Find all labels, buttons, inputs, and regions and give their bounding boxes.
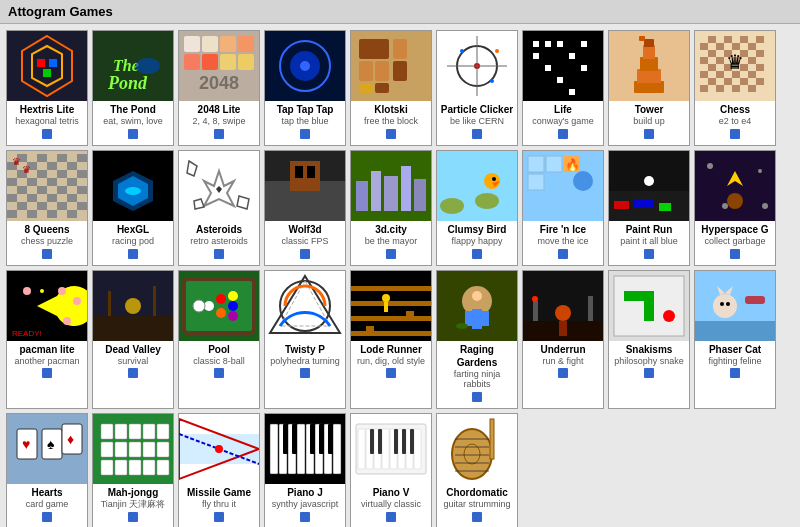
game-card-raging[interactable]: Raging Gardensfarting ninja rabbits bbox=[436, 270, 518, 410]
svg-rect-270 bbox=[297, 424, 305, 474]
svg-rect-57 bbox=[639, 36, 645, 41]
game-badge-fireice bbox=[558, 249, 568, 259]
svg-rect-256 bbox=[157, 442, 169, 457]
game-card-fireice[interactable]: 🔥Fire 'n Icemove the ice bbox=[522, 150, 604, 266]
svg-text:🔥: 🔥 bbox=[565, 157, 580, 172]
svg-point-131 bbox=[125, 187, 141, 195]
game-card-8queens[interactable]: ♛♛8 Queenschess puzzle bbox=[6, 150, 88, 266]
game-card-snakisms[interactable]: Snakismsphilosophy snake bbox=[608, 270, 690, 410]
svg-rect-219 bbox=[559, 321, 567, 336]
game-sub-pianow: virtually classic bbox=[351, 499, 431, 510]
game-sub-taptap: tap the blue bbox=[265, 116, 345, 127]
game-card-chess[interactable]: ♛Chesse2 to e4 bbox=[694, 30, 776, 146]
game-card-hextris[interactable]: Hextris Litehexagonal tetris bbox=[6, 30, 88, 146]
game-card-pool[interactable]: Poolclassic 8-ball bbox=[178, 270, 260, 410]
game-sub-particle: be like CERN bbox=[437, 116, 517, 127]
svg-point-236 bbox=[720, 302, 724, 306]
svg-rect-275 bbox=[283, 424, 288, 454]
game-card-missile[interactable]: Missile Gamefly thru it bbox=[178, 413, 260, 527]
svg-rect-118 bbox=[17, 202, 27, 210]
game-title-pond: The Pond bbox=[93, 103, 173, 116]
svg-rect-73 bbox=[716, 57, 724, 64]
game-thumb-paintrun bbox=[609, 151, 689, 221]
game-thumb-underrun bbox=[523, 271, 603, 341]
game-card-pacman[interactable]: READY!pacman liteanother pacman bbox=[6, 270, 88, 410]
game-card-pianoj[interactable]: Piano Jsynthy javascript bbox=[264, 413, 346, 527]
svg-rect-64 bbox=[700, 43, 708, 50]
game-card-3dcity[interactable]: 3d.citybe the mayor bbox=[350, 150, 432, 266]
svg-point-178 bbox=[23, 287, 31, 295]
game-card-phasercat[interactable]: Phaser Catfighting feline bbox=[694, 270, 776, 410]
game-card-hearts[interactable]: ♥♠♦Heartscard game bbox=[6, 413, 88, 527]
game-thumb-hyperspace bbox=[695, 151, 775, 221]
svg-rect-12 bbox=[202, 36, 218, 52]
game-sub-3dcity: be the mayor bbox=[351, 236, 431, 247]
game-title-chess: Chess bbox=[695, 103, 775, 116]
game-thumb-twisty bbox=[265, 271, 345, 341]
game-card-pianow[interactable]: Piano Vvirtually classic bbox=[350, 413, 432, 527]
svg-rect-116 bbox=[47, 194, 57, 202]
svg-rect-114 bbox=[7, 194, 17, 202]
game-card-paintrun[interactable]: Paint Runpaint it all blue bbox=[608, 150, 690, 266]
svg-rect-49 bbox=[569, 89, 575, 95]
svg-rect-117 bbox=[67, 194, 77, 202]
game-sub-wolf3d: classic FPS bbox=[265, 236, 345, 247]
game-card-taptap[interactable]: Tap Tap Taptap the blue bbox=[264, 30, 346, 146]
game-card-wolf3d[interactable]: Wolf3dclassic FPS bbox=[264, 150, 346, 266]
game-card-mahjongg[interactable]: Mah-jonggTianjin 天津麻将 bbox=[92, 413, 174, 527]
game-title-twisty: Twisty P bbox=[265, 343, 345, 356]
game-card-chordo[interactable]: Chordomaticguitar strumming bbox=[436, 413, 518, 527]
game-card-pond[interactable]: ThePondThe Pondeat, swim, love bbox=[92, 30, 174, 146]
game-card-tower[interactable]: Towerbuild up bbox=[608, 30, 690, 146]
game-badge-clumsy bbox=[472, 249, 482, 259]
svg-rect-16 bbox=[202, 54, 218, 70]
svg-rect-292 bbox=[394, 429, 398, 454]
svg-point-192 bbox=[216, 308, 226, 318]
game-badge-loderunner bbox=[386, 368, 396, 378]
game-sub-paintrun: paint it all blue bbox=[609, 236, 689, 247]
svg-rect-143 bbox=[307, 166, 315, 178]
svg-rect-95 bbox=[37, 154, 47, 162]
svg-rect-17 bbox=[220, 54, 236, 70]
svg-rect-71 bbox=[756, 50, 764, 57]
svg-point-191 bbox=[216, 294, 226, 304]
game-card-2048[interactable]: 20482048 Lite2, 4, 8, swipe bbox=[178, 30, 260, 146]
game-card-particle[interactable]: Particle Clickerbe like CERN bbox=[436, 30, 518, 146]
svg-point-9 bbox=[136, 58, 160, 74]
svg-rect-213 bbox=[465, 311, 473, 326]
game-badge-hyperspace bbox=[730, 249, 740, 259]
game-badge-snakisms bbox=[644, 368, 654, 378]
game-card-klotski[interactable]: Klotskifree the block bbox=[350, 30, 432, 146]
game-card-hexgl[interactable]: HexGLracing pod bbox=[92, 150, 174, 266]
game-card-life[interactable]: Lifeconway's game bbox=[522, 30, 604, 146]
game-card-loderunner[interactable]: Lode Runnerrun, dig, old style bbox=[350, 270, 432, 410]
game-title-clumsy: Clumsy Bird bbox=[437, 223, 517, 236]
game-sub-hyperspace: collect garbage bbox=[695, 236, 775, 247]
svg-rect-72 bbox=[700, 57, 708, 64]
svg-point-179 bbox=[58, 287, 66, 295]
game-card-clumsy[interactable]: Clumsy Birdflappy happy bbox=[436, 150, 518, 266]
svg-rect-13 bbox=[220, 36, 236, 52]
svg-point-233 bbox=[713, 294, 737, 318]
svg-point-265 bbox=[215, 445, 223, 453]
svg-rect-61 bbox=[724, 36, 732, 43]
svg-point-38 bbox=[490, 79, 494, 83]
game-title-missile: Missile Game bbox=[179, 486, 259, 499]
svg-rect-125 bbox=[67, 210, 77, 218]
svg-rect-4 bbox=[49, 59, 57, 67]
game-card-asteroids[interactable]: Asteroidsretro asteroids bbox=[178, 150, 260, 266]
game-badge-twisty bbox=[300, 368, 310, 378]
svg-point-207 bbox=[382, 294, 390, 302]
game-badge-pianow bbox=[386, 512, 396, 522]
svg-rect-75 bbox=[748, 57, 756, 64]
game-title-3dcity: 3d.city bbox=[351, 223, 431, 236]
svg-point-171 bbox=[758, 169, 762, 173]
game-card-hyperspace[interactable]: Hyperspace Gcollect garbage bbox=[694, 150, 776, 266]
game-badge-life bbox=[558, 129, 568, 139]
game-card-twisty[interactable]: Twisty Ppolyhedra turning bbox=[264, 270, 346, 410]
svg-rect-42 bbox=[545, 41, 551, 47]
game-badge-klotski bbox=[386, 129, 396, 139]
game-card-deadvalley[interactable]: Dead Valleysurvival bbox=[92, 270, 174, 410]
game-sub-chordo: guitar strumming bbox=[437, 499, 517, 510]
game-card-underrun[interactable]: Underrunrun & fight bbox=[522, 270, 604, 410]
